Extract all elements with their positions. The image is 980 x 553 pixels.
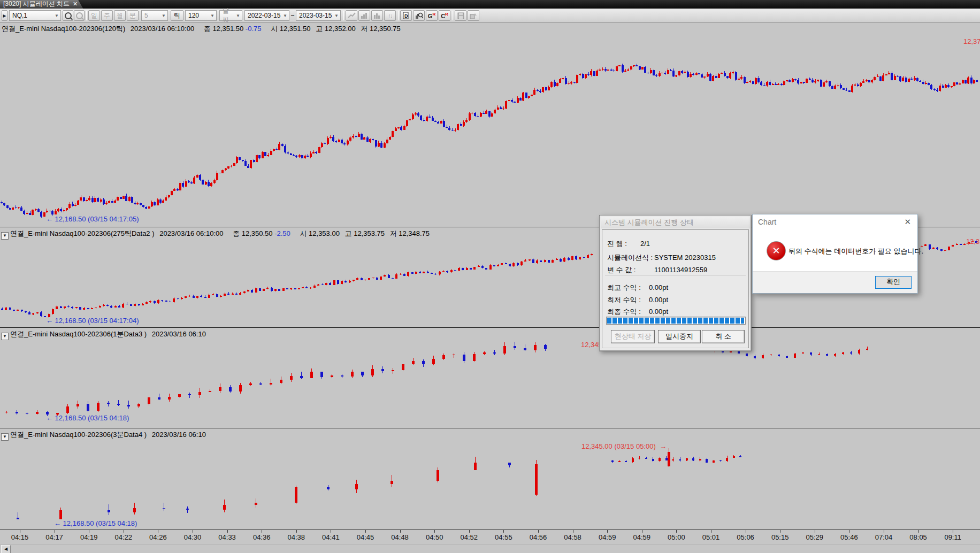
axis-tick <box>469 530 470 533</box>
save-button[interactable] <box>455 10 466 21</box>
indicator-c-button[interactable]: CR <box>439 10 450 21</box>
zoom-out-button[interactable] <box>74 10 85 21</box>
axis-tick <box>711 530 711 533</box>
axis-label: 04:26 <box>149 533 167 541</box>
axis-tick <box>124 530 124 533</box>
axis-tick <box>193 530 193 533</box>
axis-label: 08:05 <box>909 533 927 541</box>
tab-bar: [3020] 시뮬레이션 차트✕ <box>0 0 980 9</box>
bar-chart-signal-button[interactable] <box>358 10 370 21</box>
date-range-tilde: ~ <box>290 10 295 21</box>
start-date-select[interactable]: 2022-03-15▼ <box>244 10 289 21</box>
end-date-select[interactable]: 2023-03-15▼ <box>296 10 341 21</box>
progress-bar <box>606 317 746 325</box>
collapse-icon[interactable]: ▼ <box>1 333 9 340</box>
toolbar-separator <box>398 11 399 20</box>
dialog-field: 최저 수익 :0.00pt <box>607 295 668 305</box>
panel-divider[interactable] <box>0 327 980 328</box>
axis-tick <box>780 530 780 533</box>
axis-tick <box>503 530 504 533</box>
axis-tick <box>607 530 608 533</box>
updown-arrows-button[interactable]: ↑↓ <box>384 10 396 21</box>
axis-tick <box>20 530 20 533</box>
progress-bar-fill <box>607 318 744 324</box>
error-icon: ✕ <box>767 241 786 260</box>
toolbar-separator <box>343 11 344 20</box>
scrollbar-track[interactable]: ◀ <box>0 544 980 553</box>
axis-tick <box>746 530 746 533</box>
collapse-icon[interactable]: ▼ <box>1 232 9 240</box>
indicator-g-button[interactable]: GR <box>426 10 438 21</box>
dialog-separator <box>605 275 746 276</box>
minute-interval-select[interactable]: 5▼ <box>141 10 168 21</box>
panel2-low-label: ← 12,168.50 (03/15 04:17:04) <box>46 317 139 325</box>
toolbar-separator <box>86 11 87 20</box>
ok-button[interactable]: 확인 <box>875 276 912 289</box>
panel4-high-arrow: → <box>660 442 667 450</box>
axis-label: 04:56 <box>530 533 547 541</box>
panel-divider[interactable] <box>0 428 980 428</box>
axis-tick <box>953 530 953 533</box>
time-axis: 04:1504:1704:1904:2204:2604:3004:3304:36… <box>0 529 980 543</box>
axis-label: 05:15 <box>771 533 789 541</box>
line-chart-button[interactable] <box>346 10 357 21</box>
axis-label: 04:36 <box>253 533 271 541</box>
panel2-header: ▼연결_E-mini Nasdaq100-202306(275틱Data2 ) … <box>1 229 430 240</box>
date-mode-select[interactable]: 날짜▼ <box>219 10 242 21</box>
dialog-footer: 확인 <box>753 271 917 293</box>
dialog-button-일시중지[interactable]: 일시중지 <box>658 330 701 343</box>
export-button[interactable] <box>468 10 479 21</box>
tab-simulation-chart[interactable]: [3020] 시뮬레이션 차트✕ <box>0 0 83 9</box>
period-week-button[interactable]: 주 <box>101 10 113 21</box>
dialog-field: 진 행 :2/1 <box>607 239 650 249</box>
bar-chart-button[interactable] <box>371 10 383 21</box>
panel2-price-label: 12,3 <box>966 237 979 245</box>
panel1-low-label: ← 12,168.50 (03/15 04:17:05) <box>46 215 139 223</box>
collapse-icon[interactable]: ▼ <box>1 433 9 441</box>
period-day-button[interactable]: 일 <box>88 10 100 21</box>
axis-label: 04:33 <box>218 533 236 541</box>
axis-tick <box>849 530 849 533</box>
tab-close-icon[interactable]: ✕ <box>73 1 78 7</box>
axis-label: 04:48 <box>391 533 409 541</box>
tab-title: [3020] 시뮬레이션 차트 <box>3 0 70 7</box>
panel3-low-label: ← 12,168.50 (03/15 04:18) <box>46 414 129 422</box>
axis-tick <box>573 530 573 533</box>
period-month-button[interactable]: 월 <box>114 10 126 21</box>
axis-label: 04:52 <box>461 533 478 541</box>
axis-tick <box>365 530 366 533</box>
dialog-field: 최고 수익 :0.00pt <box>607 283 668 293</box>
chart-search-button[interactable] <box>413 10 425 21</box>
axis-tick <box>89 530 89 533</box>
axis-tick <box>158 530 158 533</box>
axis-label: 04:50 <box>426 533 443 541</box>
axis-tick <box>815 530 815 533</box>
dialog-button-현상태저장[interactable]: 현상태 저장 <box>611 330 655 343</box>
chart-error-dialog: Chart ✕ ✕ 뒤의 수식에는 데이터번호가 필요 없습니다. 확인 <box>752 214 918 294</box>
axis-label: 07:04 <box>875 533 893 541</box>
axis-label: 09:11 <box>944 533 961 541</box>
tick-button[interactable]: 틱 <box>171 10 183 21</box>
panel4-header: ▼연결_E-mini Nasdaq100-202306(3분Data4 ) 20… <box>1 430 206 441</box>
axis-label: 05:06 <box>737 533 754 541</box>
axis-tick <box>642 530 642 533</box>
dialog-title[interactable]: 시스템 시뮬레이션 진행 상태 <box>601 217 750 228</box>
tick-interval-select[interactable]: 120▼ <box>185 10 217 21</box>
scroll-left-button[interactable]: ◀ <box>1 545 11 553</box>
panel3-header: ▼연결_E-mini Nasdaq100-202306(1분Data3 ) 20… <box>1 329 206 340</box>
axis-label: 05:46 <box>840 533 858 541</box>
data-window-button[interactable]: D <box>400 10 412 21</box>
dialog-button-취소[interactable]: 취 소 <box>702 330 745 343</box>
close-icon[interactable]: ✕ <box>904 217 911 227</box>
axis-label: 04:59 <box>599 533 616 541</box>
axis-tick <box>400 530 401 533</box>
dialog-field: 최종 수익 :0.00pt <box>607 307 668 317</box>
axis-label: 04:59 <box>633 533 651 541</box>
axis-label: 05:29 <box>806 533 824 541</box>
chart-number-select[interactable]: NQ,1▼ <box>9 10 61 21</box>
period-minute-button[interactable]: 분 <box>127 10 139 21</box>
pane-splitter-arrow[interactable]: ▸ <box>2 10 7 21</box>
zoom-in-button[interactable] <box>63 10 73 21</box>
axis-label: 05:00 <box>668 533 685 541</box>
axis-tick <box>55 530 55 533</box>
